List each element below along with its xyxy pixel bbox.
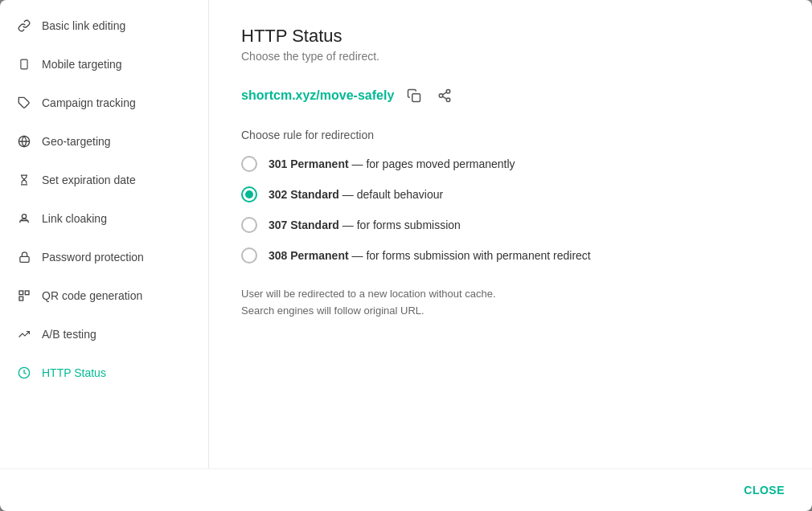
share-button[interactable] [434,85,455,106]
close-button[interactable]: CLOSE [736,479,793,501]
radio-circle-302 [241,186,257,202]
tag-icon [16,95,32,111]
radio-item-302[interactable]: 302 Standard — default behaviour [241,186,780,202]
hourglass-icon [16,172,32,188]
radio-circle-307 [241,217,257,233]
sidebar-label: A/B testing [42,328,96,341]
radio-text-307: 307 Standard — for forms submission [269,219,461,231]
person-icon [16,211,32,227]
svg-rect-10 [19,296,23,300]
qr-icon [16,288,32,304]
modal-footer: CLOSE [0,468,812,511]
url-bar: shortcm.xyz/move-safely [241,85,780,106]
main-content: HTTP Status Choose the type of redirect.… [209,0,812,468]
sidebar-item-geo-targeting[interactable]: Geo-targeting [0,122,208,161]
radio-circle-308 [241,247,257,264]
sidebar-label: Mobile targeting [42,58,122,71]
sidebar-label: Password protection [42,251,144,264]
lock-icon [16,249,32,265]
svg-rect-0 [21,59,27,69]
sidebar-item-mobile-targeting[interactable]: Mobile targeting [0,45,208,84]
page-title: HTTP Status [241,26,780,47]
mobile-icon [16,56,32,72]
sidebar-label: QR code generation [42,289,142,302]
svg-point-23 [440,94,444,98]
sidebar-label: Set expiration date [42,174,136,186]
sidebar-item-ab-testing[interactable]: A/B testing [0,315,208,354]
svg-point-5 [22,215,26,219]
svg-point-24 [447,98,451,102]
sidebar-label: Geo-targeting [42,135,111,148]
radio-item-308[interactable]: 308 Permanent — for forms submission wit… [241,247,780,264]
svg-line-25 [443,96,447,99]
info-line-2: Search engines will follow original URL. [241,303,780,320]
page-subtitle: Choose the type of redirect. [241,50,780,63]
svg-rect-9 [25,291,29,295]
radio-item-301[interactable]: 301 Permanent — for pages moved permanen… [241,156,780,172]
sidebar-item-qr-code-generation[interactable]: QR code generation [0,276,208,315]
info-text: User will be redirected to a new locatio… [241,286,780,320]
globe-check-icon [16,365,32,381]
sidebar-item-http-status[interactable]: HTTP Status [0,354,208,392]
radio-group: 301 Permanent — for pages moved permanen… [241,156,780,264]
link-icon [16,18,32,34]
radio-text-308: 308 Permanent — for forms submission wit… [269,249,591,262]
info-line-1: User will be redirected to a new locatio… [241,286,780,303]
sidebar-label: Basic link editing [42,19,125,32]
radio-item-307[interactable]: 307 Standard — for forms submission [241,217,780,233]
ab-icon [16,326,32,342]
rule-label: Choose rule for redirection [241,129,780,141]
radio-text-301: 301 Permanent — for pages moved permanen… [269,157,515,170]
sidebar-item-password-protection[interactable]: Password protection [0,238,208,276]
svg-point-22 [447,90,451,94]
sidebar-item-basic-link-editing[interactable]: Basic link editing [0,6,208,45]
sidebar-item-set-expiration-date[interactable]: Set expiration date [0,161,208,199]
svg-rect-8 [19,291,23,295]
modal: Basic link editing Mobile targeting [0,0,812,511]
sidebar-label: HTTP Status [42,366,106,379]
svg-rect-7 [19,256,28,262]
sidebar-item-link-cloaking[interactable]: Link cloaking [0,199,208,238]
sidebar: Basic link editing Mobile targeting [0,0,209,468]
globe-icon [16,133,32,149]
svg-rect-21 [412,94,420,102]
modal-body: Basic link editing Mobile targeting [0,0,812,468]
url-link[interactable]: shortcm.xyz/move-safely [241,88,394,103]
copy-button[interactable] [404,85,424,106]
sidebar-item-campaign-tracking[interactable]: Campaign tracking [0,84,208,122]
radio-text-302: 302 Standard — default behaviour [269,188,443,201]
svg-line-26 [443,92,447,95]
sidebar-label: Campaign tracking [42,96,136,109]
radio-circle-301 [241,156,257,172]
sidebar-label: Link cloaking [42,212,107,225]
